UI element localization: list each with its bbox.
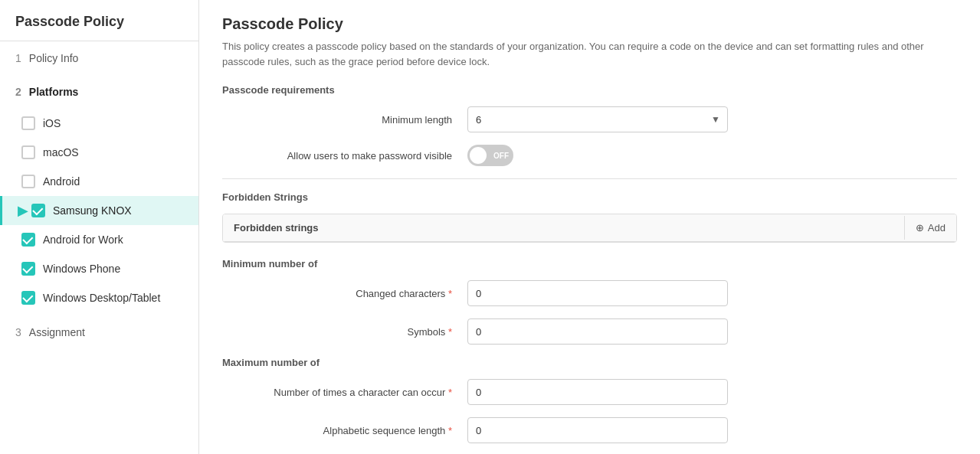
toggle-text: OFF <box>493 152 509 160</box>
platform-label-android: Android <box>43 175 80 188</box>
minimum-length-label: Minimum length <box>222 114 467 126</box>
platform-label-windows-desktop: Windows Desktop/Tablet <box>43 292 160 304</box>
required-star-changed: * <box>445 288 452 299</box>
sidebar-item-policy-info[interactable]: 1 Policy Info <box>0 41 198 75</box>
add-label: Add <box>928 222 946 234</box>
checkbox-windows-phone[interactable] <box>21 262 35 276</box>
allow-visible-row: Allow users to make password visible OFF <box>222 145 957 166</box>
forbidden-strings-section-label: Forbidden Strings <box>222 191 957 203</box>
step-num-2: 2 <box>15 86 21 98</box>
char-occur-row: Number of times a character can occur * <box>222 379 957 405</box>
symbols-label: Symbols * <box>222 326 467 338</box>
alpha-seq-input[interactable] <box>467 417 728 443</box>
add-icon: ⊕ <box>916 222 924 234</box>
forbidden-strings-col-label: Forbidden strings <box>223 214 904 241</box>
platform-item-android[interactable]: Android <box>0 167 198 196</box>
maximum-number-label: Maximum number of <box>222 357 957 368</box>
symbols-row: Symbols * <box>222 318 957 345</box>
char-occur-input[interactable] <box>467 379 728 405</box>
checkbox-samsung-knox[interactable] <box>31 204 45 217</box>
changed-characters-label: Changed characters * <box>222 288 467 299</box>
forbidden-strings-header: Forbidden strings ⊕ Add <box>223 214 956 242</box>
sidebar-title: Passcode Policy <box>0 0 198 41</box>
step-num-1: 1 <box>15 52 21 64</box>
sidebar: Passcode Policy 1 Policy Info 2 Platform… <box>0 0 199 454</box>
checkbox-macos[interactable] <box>21 145 35 159</box>
toggle-knob <box>470 147 487 164</box>
sidebar-label-policy-info: Policy Info <box>29 52 79 64</box>
checkbox-android[interactable] <box>21 175 35 188</box>
platform-label-macos: macOS <box>43 146 79 158</box>
sidebar-item-assignment[interactable]: 3 Assignment <box>0 315 198 349</box>
sidebar-label-assignment: Assignment <box>29 326 85 338</box>
platform-item-samsung-knox[interactable]: ▶ Samsung KNOX <box>0 196 198 225</box>
platform-item-windows-desktop[interactable]: Windows Desktop/Tablet <box>0 283 198 312</box>
checkbox-windows-desktop[interactable] <box>21 291 35 305</box>
platform-item-macos[interactable]: macOS <box>0 138 198 167</box>
changed-characters-row: Changed characters * <box>222 280 957 306</box>
alpha-seq-row: Alphabetic sequence length * <box>222 417 957 443</box>
char-occur-label: Number of times a character can occur * <box>222 387 467 398</box>
alpha-seq-label: Alphabetic sequence length * <box>222 425 467 436</box>
main-content: Passcode Policy This policy creates a pa… <box>199 0 980 454</box>
forbidden-strings-section: Forbidden strings ⊕ Add <box>222 214 957 243</box>
step-num-3: 3 <box>15 326 21 338</box>
platform-label-samsung-knox: Samsung KNOX <box>53 204 132 217</box>
platform-label-ios: iOS <box>43 117 61 129</box>
checkbox-ios[interactable] <box>21 116 35 130</box>
platform-item-android-for-work[interactable]: Android for Work <box>0 225 198 254</box>
divider-1 <box>222 178 957 179</box>
forbidden-strings-table: Forbidden strings ⊕ Add <box>222 214 957 243</box>
minimum-length-select[interactable]: 4 5 6 7 8 9 10 12 16 <box>467 106 728 132</box>
required-star-alpha: * <box>445 425 452 436</box>
checkbox-android-for-work[interactable] <box>21 233 35 247</box>
minimum-number-label: Minimum number of <box>222 258 957 269</box>
platform-item-windows-phone[interactable]: Windows Phone <box>0 254 198 283</box>
required-star-symbols: * <box>445 326 452 338</box>
allow-visible-label: Allow users to make password visible <box>222 150 467 162</box>
platform-item-ios[interactable]: iOS <box>0 109 198 138</box>
add-forbidden-string-button[interactable]: ⊕ Add <box>904 216 956 240</box>
changed-characters-input[interactable] <box>467 280 728 306</box>
sidebar-item-platforms[interactable]: 2 Platforms <box>0 75 198 109</box>
allow-visible-toggle[interactable]: OFF <box>467 145 513 166</box>
minimum-length-select-wrap: 4 5 6 7 8 9 10 12 16 ▼ <box>467 106 728 132</box>
symbols-input[interactable] <box>467 318 728 345</box>
passcode-requirements-label: Passcode requirements <box>222 84 957 96</box>
page-title: Passcode Policy <box>222 15 957 33</box>
required-star-char-occur: * <box>445 387 452 398</box>
platform-label-android-for-work: Android for Work <box>43 234 123 246</box>
page-description: This policy creates a passcode policy ba… <box>222 39 957 69</box>
platform-label-windows-phone: Windows Phone <box>43 263 120 275</box>
sidebar-label-platforms: Platforms <box>29 86 79 98</box>
minimum-length-row: Minimum length 4 5 6 7 8 9 10 12 16 ▼ <box>222 106 957 132</box>
